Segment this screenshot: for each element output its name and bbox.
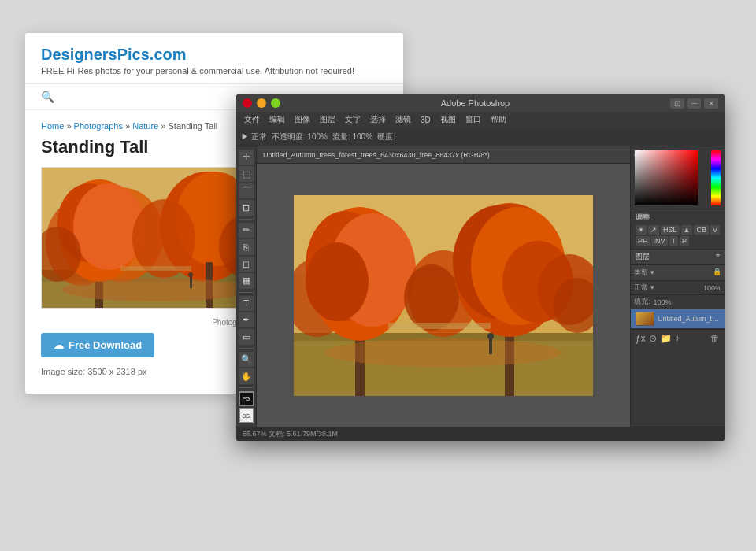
ps-minimize-btn[interactable]: ─ [687,98,701,109]
ps-menu-select[interactable]: 选择 [365,112,391,128]
autumn-image [294,195,593,396]
ps-opacity[interactable]: 不透明度: 100% [272,131,328,142]
ps-options-bar: ▶ 正常 不透明度: 100% 流量: 100% 硬度: [236,128,724,146]
layer-lock[interactable]: 🔒 [713,268,721,278]
ps-menu-image[interactable]: 图像 [290,112,315,128]
ps-menu-text[interactable]: 文字 [340,112,365,128]
svg-point-15 [61,278,250,301]
ps-close-button[interactable] [243,98,252,108]
ps-pen-tool[interactable]: ✒ [239,312,254,327]
layer-opacity-label: 100% [703,284,721,292]
layer-thumbnail [636,312,654,326]
svg-point-31 [404,264,459,331]
layer-item-1[interactable]: Untitled_Autum_trees [631,309,724,329]
layer-filter-kind[interactable]: 类型 ▾ [634,268,654,278]
page-title: Standing Tall [41,137,269,157]
breadcrumb-current: Standing Tall [169,121,218,131]
ps-tool-preset[interactable]: ▶ 正常 [241,131,267,142]
download-button[interactable]: ☁ Free Download [41,333,154,357]
layers-footer: ƒx ⊙ 📁 + 🗑 [631,329,724,347]
ps-restore-button[interactable]: ⊡ [670,98,684,109]
ps-body: ✛ ⬚ ⌒ ⊡ ✏ ⎘ ◻ ▦ T ✒ ▭ 🔍 ✋ FG BG Untitled… [236,146,724,427]
adjustments-row: ☀ ↗ HSL ▲ CB V [636,225,720,235]
ps-menu-window[interactable]: 窗口 [461,112,486,128]
svg-rect-16 [190,276,192,288]
ps-canvas-area: Untitled_Autumn_trees_forest_trees_6430x… [257,146,630,427]
ps-titlebar: Adobe Photoshop ⊡ ─ ✕ [236,94,724,112]
adjustments-title: 调整 [636,213,720,223]
create-group[interactable]: 📁 [660,333,672,344]
adj-photo-filter[interactable]: PF [636,236,650,246]
ps-brush-tool[interactable]: ✏ [239,223,254,238]
site-title[interactable]: DesignersPics.com [41,46,387,64]
ps-erase-tool[interactable]: ◻ [239,257,254,272]
ps-menu-view[interactable]: 视图 [435,112,461,128]
layer-blend-mode[interactable]: 正常 ▾ [634,283,654,293]
layers-options[interactable]: ≡ [716,252,720,260]
ps-maximize-button[interactable] [271,98,280,108]
adj-vibrance[interactable]: V [710,225,720,235]
create-layer[interactable]: + [675,333,680,344]
site-header: DesignersPics.com FREE Hi-Res photos for… [25,33,403,84]
photoshop-window: Adobe Photoshop ⊡ ─ ✕ 文件 编辑 图像 图层 文字 选择 … [236,94,724,441]
adj-brightness[interactable]: ☀ [636,225,647,235]
ps-text-tool[interactable]: T [239,296,254,311]
ps-zoom-tool[interactable]: 🔍 [239,352,254,367]
breadcrumb-nature[interactable]: Nature [132,121,158,131]
layers-filter-bar: 类型 ▾ 🔒 [631,265,724,281]
layers-header: 图层 ≡ [631,250,724,265]
color-gradient[interactable] [635,150,698,205]
layers-fill-row: 填充: 100% [631,295,724,309]
add-layer-style[interactable]: ƒx [636,333,646,344]
adj-posterize[interactable]: P [680,236,689,246]
color-spectrum[interactable] [711,150,721,205]
adj-cb[interactable]: CB [694,225,709,235]
svg-point-42 [487,333,494,339]
add-mask[interactable]: ⊙ [649,333,657,344]
ps-crop-tool[interactable]: ⊡ [239,200,254,215]
ps-minimize-button[interactable] [257,98,266,108]
ps-select-tool[interactable]: ⬚ [239,166,254,181]
ps-bg-color[interactable]: BG [239,408,254,423]
ps-shape-tool[interactable]: ▭ [239,329,254,344]
breadcrumb-home[interactable]: Home [41,121,64,131]
ps-gradient-tool[interactable]: ▦ [239,273,254,288]
ps-close-btn[interactable]: ✕ [704,98,718,109]
breadcrumb-photos[interactable]: Photographs [74,121,123,131]
ps-window-right-controls: ⊡ ─ ✕ [670,98,718,109]
photo-credit: Photography by: [41,318,269,327]
ps-menu-3d[interactable]: 3D [416,112,435,128]
ps-lasso-tool[interactable]: ⌒ [239,183,254,198]
ps-statusbar: 66.67% 文档: 5.61.79M/38.1M [236,427,724,441]
ps-menu-layer[interactable]: 图层 [315,112,340,128]
adjustments-panel: 调整 ☀ ↗ HSL ▲ CB V PF INV T P [631,209,724,250]
layers-blend-row: 正常 ▾ 100% [631,281,724,295]
ps-menu-edit[interactable]: 编辑 [265,112,290,128]
ps-menu-help[interactable]: 帮助 [486,112,511,128]
ps-menu-filter[interactable]: 滤镜 [391,112,416,128]
adj-invert[interactable]: INV [651,236,668,246]
ps-hardness[interactable]: 硬度: [377,131,395,142]
ps-fg-color[interactable]: FG [239,391,254,407]
ps-clone-tool[interactable]: ⎘ [239,239,254,254]
adjustments-row2: PF INV T P [636,236,720,246]
ps-move-tool[interactable]: ✛ [239,150,254,165]
layer-fill-value[interactable]: 100% [654,298,672,306]
ps-flow[interactable]: 流量: 100% [332,131,372,142]
svg-point-40 [325,338,561,367]
photo-image [41,167,269,309]
adj-curves[interactable]: ↗ [648,225,659,235]
toolbox-divider-3 [239,348,254,349]
color-picker-panel: 颜色 [631,146,724,209]
adj-levels[interactable]: ▲ [681,225,693,235]
ps-tab-label: Untitled_Autumn_trees_forest_trees_6430x… [263,151,490,159]
ps-canvas-tab[interactable]: Untitled_Autumn_trees_forest_trees_6430x… [257,146,630,164]
adj-threshold[interactable]: T [669,236,679,246]
ps-menu-file[interactable]: 文件 [239,112,265,128]
toolbox-divider-2 [239,292,254,293]
ps-hand-tool[interactable]: ✋ [239,368,254,383]
delete-layer[interactable]: 🗑 [710,333,720,344]
adj-hsl[interactable]: HSL [661,225,680,235]
breadcrumb: Home » Photographs » Nature » Standing T… [41,121,269,131]
ps-panels: 颜色 调整 ☀ ↗ HSL ▲ CB V PF INV T [630,146,724,427]
